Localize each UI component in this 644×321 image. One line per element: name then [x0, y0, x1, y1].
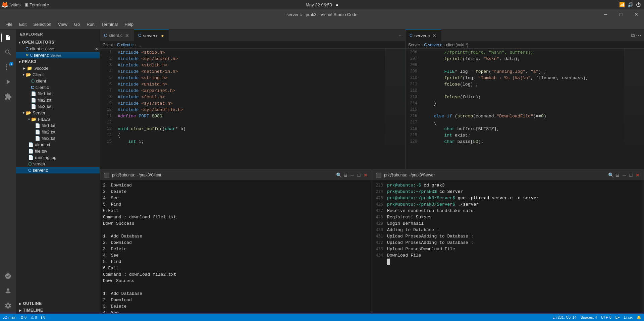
remote-icon[interactable] [1, 269, 15, 283]
client-file1[interactable]: 📄 file1.txt [16, 91, 100, 97]
right-term-cursor [387, 259, 641, 265]
right-term-search[interactable]: 🔍 [608, 172, 613, 178]
outline-section[interactable]: ▶ Outline [16, 300, 100, 307]
menu-view[interactable]: View [55, 20, 70, 28]
right-term-close[interactable]: ✕ [635, 172, 640, 178]
left-terminal-controls[interactable]: 🔍 ⊟ ─ □ ✕ [336, 172, 368, 178]
term-left-line-15: Command : download file2.txt [103, 271, 369, 278]
right-terminal-controls[interactable]: 🔍 ⊟ ─ □ ✕ [608, 172, 640, 178]
firefox-icon[interactable]: 🦊 [0, 0, 9, 9]
serverc-file-active[interactable]: C server.c [16, 167, 100, 173]
term-left-line-19: 2. Download [103, 297, 369, 303]
prak3-section[interactable]: ▾ PRAK3 [16, 58, 100, 65]
sidebar: Explorer ▾ Open Editors C client.c Clien… [16, 30, 100, 314]
serverc-tab-close[interactable]: ● [160, 32, 164, 39]
menu-run[interactable]: Run [84, 20, 97, 28]
tab-more-button[interactable]: ··· [396, 30, 405, 41]
menu-selection[interactable]: Selection [31, 20, 54, 28]
right-term-min[interactable]: ─ [622, 172, 627, 178]
git-icon: ⎇ [3, 315, 7, 320]
akun-file[interactable]: 📄 akun.txt [16, 142, 100, 148]
files-folder[interactable]: ▾ 📂 FILES [16, 116, 100, 122]
settings-icon[interactable] [1, 299, 15, 312]
left-term-search[interactable]: 🔍 [336, 172, 341, 178]
term-left-line-9: 1. Add Database [103, 233, 369, 239]
indentation[interactable]: Spaces: 4 [581, 315, 597, 320]
run-debug-icon[interactable] [1, 75, 15, 89]
left-term-split[interactable]: ⊟ [343, 172, 348, 178]
client-file[interactable]: ⬡ client [16, 78, 100, 84]
open-editor-clientc[interactable]: C client.c Client ✕ [16, 46, 100, 52]
client-folder[interactable]: ▾ 📂 Client [16, 71, 100, 78]
clientc-tab-icon: C [104, 33, 107, 38]
activity-bar: 1 [0, 30, 16, 314]
right-code-lines[interactable]: //fprintf(fdirc, "%s\n", buffers); fprin… [421, 49, 624, 169]
right-term-9: Upload ProsesAdding to Database : [387, 233, 641, 239]
left-code-lines[interactable]: #include <stdio.h> #include <sys/socket.… [115, 49, 385, 169]
menu-edit[interactable]: Edit [16, 20, 29, 28]
info-count[interactable]: ℹ 0 [41, 315, 45, 320]
window-controls[interactable]: ─ □ ✕ [598, 9, 644, 19]
sidebar-header: Explorer [16, 30, 100, 39]
term-left-line-3: 4. See [103, 195, 369, 201]
server-folder[interactable]: ▾ 📂 Server [16, 110, 100, 116]
menu-bar: File Edit Selection View Go Run Terminal… [0, 19, 644, 30]
right-tabs: C server.c ✕ ⧉ ⋯ [406, 30, 644, 41]
server-file2[interactable]: 📄 file2.txt [16, 129, 100, 135]
restore-button[interactable]: □ [613, 9, 629, 19]
left-term-min[interactable]: ─ [350, 172, 355, 178]
cursor-position[interactable]: Ln 281, Col 14 [552, 315, 577, 320]
left-term-max[interactable]: □ [356, 172, 362, 178]
right-term-max[interactable]: □ [628, 172, 634, 178]
extensions-icon[interactable] [1, 90, 15, 103]
right-code-area[interactable]: 206207208209210 211212213214215 21621721… [406, 49, 644, 169]
left-line-numbers: 12345 678910 1112131415 [100, 49, 115, 169]
more-actions-icon[interactable]: ⋯ [636, 32, 641, 39]
left-terminal-body[interactable]: 2. Download 3. Delete 4. See 5. Find 6.E… [100, 180, 372, 313]
server-file3[interactable]: 📄 file3.txt [16, 135, 100, 142]
warning-count[interactable]: ⚠ 0 [31, 315, 37, 320]
filetsv-file[interactable]: 📄 file.tsv [16, 148, 100, 154]
error-count[interactable]: ⊗ 0 [20, 315, 26, 320]
source-control-icon[interactable]: 1 [1, 60, 15, 74]
explorer-icon[interactable] [1, 31, 15, 44]
server-file1[interactable]: 📄 file1.txt [16, 122, 100, 129]
minimize-button[interactable]: ─ [598, 9, 613, 19]
right-serverc-tab-close[interactable]: ✕ [432, 32, 437, 39]
feedback-bell[interactable]: 🔔 [637, 315, 641, 320]
menu-go[interactable]: Go [71, 20, 83, 28]
right-term-split[interactable]: ⊟ [615, 172, 620, 178]
right-terminal-linenos: 223224425426 427428429430 431432433434 [372, 180, 384, 313]
tab-clientc[interactable]: C client.c ✕ [100, 30, 134, 41]
right-terminal-with-lines: 223224425426 427428429430 431432433434 p… [372, 180, 644, 313]
right-terminal-body[interactable]: prk@ubuntu:~$ cd prak3 prk@ubuntu:~/prak… [384, 180, 644, 313]
search-icon[interactable] [1, 46, 15, 59]
open-editor-serverc[interactable]: ✕ C server.c Server [16, 52, 100, 58]
account-icon[interactable] [1, 284, 15, 298]
close-button[interactable]: ✕ [629, 9, 644, 19]
runninglog-file[interactable]: 📄 running.log [16, 154, 100, 161]
timeline-section[interactable]: ▶ Timeline [16, 307, 100, 314]
right-term-11: Upload ProsesDownload File [387, 246, 641, 252]
clientc-file[interactable]: C client.c [16, 84, 100, 91]
server-bin[interactable]: ⬡ server [16, 161, 100, 167]
left-term-close[interactable]: ✕ [363, 172, 368, 178]
client-file3[interactable]: 📄 file3.txt [16, 103, 100, 110]
menu-file[interactable]: File [3, 20, 15, 28]
right-term-8: Adding to Database : [387, 227, 641, 233]
menu-terminal[interactable]: Terminal [99, 20, 120, 28]
git-branch[interactable]: ⎇ main [3, 315, 16, 320]
line-ending[interactable]: LF [615, 315, 620, 320]
file-encoding[interactable]: UTF-8 [601, 315, 611, 320]
left-code-area[interactable]: 12345 678910 1112131415 #include <stdio.… [100, 49, 405, 169]
clientc-tab-close[interactable]: ✕ [124, 32, 130, 39]
terminal-label[interactable]: ▣ Terminal ▾ [24, 2, 49, 7]
vscode-folder[interactable]: ▶ 📁 .vscode [16, 65, 100, 71]
language-mode[interactable]: Linux [624, 315, 633, 320]
tab-serverc[interactable]: C server.c ● [134, 30, 169, 41]
client-file2[interactable]: 📄 file2.txt [16, 97, 100, 103]
split-editor-icon[interactable]: ⧉ [631, 33, 635, 39]
menu-help[interactable]: Help [122, 20, 136, 28]
open-editors-section[interactable]: ▾ Open Editors [16, 39, 100, 46]
tab-right-serverc[interactable]: C server.c ✕ [406, 30, 441, 41]
